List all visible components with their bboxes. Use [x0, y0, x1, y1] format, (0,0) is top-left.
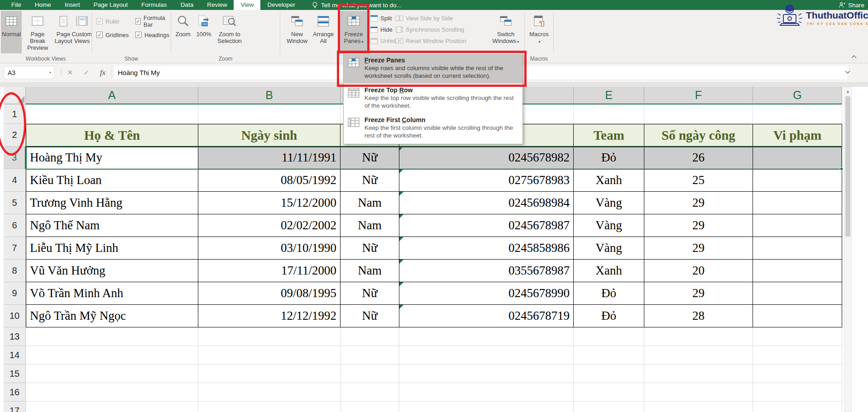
cell-D9[interactable]: 0245678990	[399, 282, 574, 305]
page-break-preview-button[interactable]: Page Break Preview	[23, 11, 53, 53]
cell-G9[interactable]	[753, 282, 842, 305]
cell-A1[interactable]	[26, 104, 198, 124]
cell-F13[interactable]	[644, 327, 753, 346]
cell-A4[interactable]: Kiều Thị Loan	[26, 169, 198, 192]
cell-A3[interactable]: Hoàng Thị My	[26, 147, 198, 169]
cell-F6[interactable]: 29	[644, 214, 753, 237]
column-header-G[interactable]: G	[753, 87, 842, 104]
row-header-14[interactable]: 14	[4, 346, 26, 365]
cell-E8[interactable]: Xanh	[574, 260, 644, 282]
expand-formula-bar-button[interactable]	[845, 71, 850, 74]
cell-G1[interactable]	[753, 104, 842, 124]
cell-G5[interactable]	[753, 192, 842, 214]
cell-G16[interactable]	[753, 383, 842, 402]
tab-formulas[interactable]: Formulas	[134, 0, 173, 10]
view-side-by-side-button[interactable]: View Side by Side	[395, 13, 453, 23]
cell-E16[interactable]	[574, 383, 644, 402]
row-header-6[interactable]: 6	[4, 214, 26, 237]
cell-A9[interactable]: Võ Trần Minh Anh	[26, 282, 198, 305]
cell-C13[interactable]	[340, 327, 399, 346]
cell-E6[interactable]: Vàng	[574, 214, 644, 237]
synchronous-scrolling-button[interactable]: Synchronous Scrolling	[395, 24, 464, 34]
cell-G7[interactable]	[753, 237, 842, 260]
cell-D17[interactable]	[399, 402, 574, 412]
menu-item-freeze-first-column[interactable]: Freeze First ColumnKeep the first column…	[344, 114, 523, 143]
cell-F16[interactable]	[644, 383, 753, 402]
column-header-B[interactable]: B	[198, 87, 340, 104]
row-header-9[interactable]: 9	[4, 282, 26, 305]
confirm-entry-button[interactable]: ✓	[80, 66, 93, 79]
scroll-up-icon[interactable]: ▲	[844, 87, 851, 95]
cell-G4[interactable]	[753, 169, 842, 192]
normal-view-button[interactable]: Normal	[1, 11, 22, 53]
cell-B4[interactable]: 08/05/1992	[198, 169, 340, 192]
cell-A14[interactable]	[26, 346, 198, 365]
cell-E2[interactable]: Team	[574, 124, 644, 147]
cell-D8[interactable]: 0355678987	[399, 260, 574, 282]
cell-A7[interactable]: Liễu Thị Mỹ Linh	[26, 237, 198, 260]
cell-F14[interactable]	[644, 346, 753, 365]
cell-C7[interactable]: Nữ	[340, 237, 399, 260]
row-header-5[interactable]: 5	[4, 192, 26, 214]
cell-F15[interactable]	[644, 365, 753, 383]
cell-G3[interactable]	[753, 147, 842, 169]
cell-C8[interactable]: Nam	[340, 260, 399, 282]
cell-E10[interactable]: Đỏ	[574, 305, 644, 327]
cell-E1[interactable]	[574, 104, 644, 124]
cell-A17[interactable]	[26, 402, 198, 412]
new-window-button[interactable]: New Window	[285, 11, 309, 53]
row-header-1[interactable]: 1	[4, 104, 26, 124]
cell-A2[interactable]: Họ & Tên	[26, 124, 198, 147]
cell-B8[interactable]: 17/11/2000	[198, 260, 340, 282]
checkbox-headings[interactable]: ✓Headings	[135, 29, 171, 41]
split-button[interactable]: Split	[370, 13, 392, 23]
scrollbar-thumb[interactable]	[845, 96, 850, 237]
cell-D5[interactable]: 0245698984	[399, 192, 574, 214]
cell-G6[interactable]	[753, 214, 842, 237]
cell-F9[interactable]: 29	[644, 282, 753, 305]
cell-E14[interactable]	[574, 346, 644, 365]
tab-view[interactable]: View	[234, 0, 260, 10]
cell-B16[interactable]	[198, 383, 340, 402]
cell-A16[interactable]	[26, 383, 198, 402]
hide-button[interactable]: Hide	[370, 24, 393, 34]
cell-D4[interactable]: 0275678983	[399, 169, 574, 192]
collapse-ribbon-button[interactable]	[851, 55, 857, 58]
tab-developer[interactable]: Developer	[260, 0, 302, 10]
zoom-button[interactable]: Zoom	[173, 11, 193, 53]
column-header-E[interactable]: E	[574, 87, 644, 104]
cell-D15[interactable]	[399, 365, 574, 383]
cell-D6[interactable]: 0245678987	[399, 214, 574, 237]
cell-B17[interactable]	[198, 402, 340, 412]
cell-F7[interactable]: 29	[644, 237, 753, 260]
row-header-17[interactable]: 17	[4, 402, 26, 412]
page-layout-view-button[interactable]: Page Layout	[53, 11, 73, 53]
cell-B1[interactable]	[198, 104, 340, 124]
cell-E13[interactable]	[574, 327, 644, 346]
zoom-100-button[interactable]: 100 100%	[194, 11, 214, 53]
cell-B7[interactable]: 03/10/1990	[198, 237, 340, 260]
cell-B9[interactable]: 09/08/1995	[198, 282, 340, 305]
cell-F1[interactable]	[644, 104, 753, 124]
menu-item-freeze-panes[interactable]: Freeze PanesKeep rows and columns visibl…	[344, 54, 523, 84]
cell-A8[interactable]: Vũ Văn Hưởng	[26, 260, 198, 282]
row-header-10[interactable]: 10	[4, 305, 26, 327]
cell-D16[interactable]	[399, 383, 574, 402]
checkbox-formula-bar[interactable]: ✓Formula Bar	[135, 15, 171, 27]
row-header-15[interactable]: 15	[4, 365, 26, 383]
cell-D3[interactable]: 0245678982	[399, 147, 574, 169]
cell-D7[interactable]: 0245858986	[399, 237, 574, 260]
row-header-8[interactable]: 8	[4, 260, 26, 282]
tab-file[interactable]: File	[5, 0, 28, 10]
cell-F2[interactable]: Số ngày công	[644, 124, 753, 147]
custom-views-button[interactable]: Custom Views	[72, 11, 91, 53]
cell-B6[interactable]: 02/02/2002	[198, 214, 340, 237]
tab-home[interactable]: Home	[28, 0, 58, 10]
cell-C14[interactable]	[340, 346, 399, 365]
tab-page-layout[interactable]: Page Layout	[87, 0, 135, 10]
column-header-F[interactable]: F	[644, 87, 753, 104]
cell-B3[interactable]: 11/11/1991	[198, 147, 340, 169]
row-header-7[interactable]: 7	[4, 237, 26, 260]
cell-G2[interactable]: Vi phạm	[753, 124, 842, 147]
cell-D13[interactable]	[399, 327, 574, 346]
